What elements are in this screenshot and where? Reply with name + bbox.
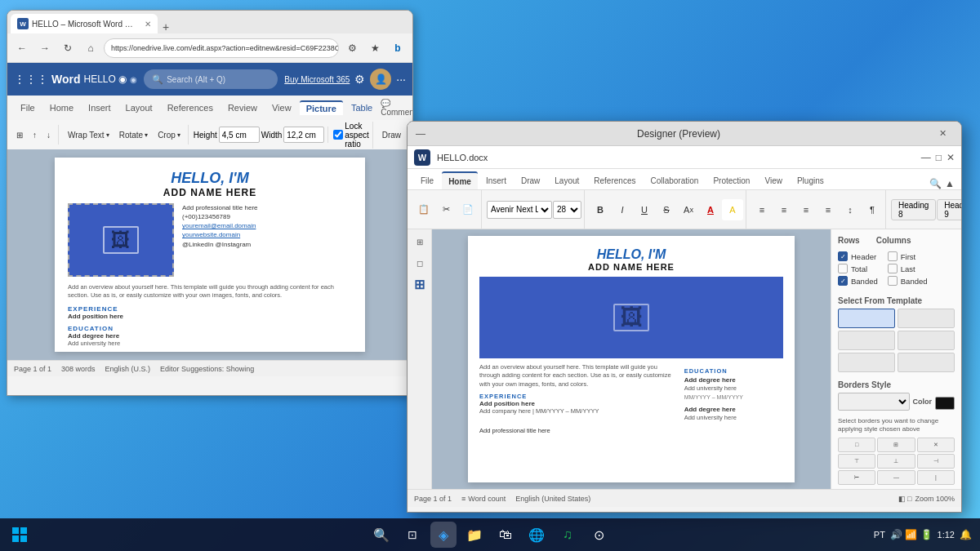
extensions-button[interactable]: ⚙ bbox=[342, 38, 362, 58]
tab-insert[interactable]: Insert bbox=[82, 101, 118, 114]
border-left-btn[interactable]: ⊣ bbox=[917, 454, 955, 469]
inner-tab-view[interactable]: View bbox=[758, 171, 789, 189]
inner-max-icon[interactable]: □ bbox=[936, 152, 942, 163]
settings-icon[interactable]: ⚙ bbox=[354, 73, 365, 86]
back-button[interactable]: ← bbox=[12, 38, 32, 58]
sidebar-nav-btn[interactable]: ⊞ bbox=[411, 233, 429, 251]
wrap-text-btn[interactable]: Wrap Text bbox=[64, 125, 114, 144]
inner-tab-insert[interactable]: Insert bbox=[479, 171, 513, 189]
refresh-button[interactable]: ↻ bbox=[58, 38, 78, 58]
taskbar-extra-btn[interactable]: ⊙ bbox=[586, 522, 612, 548]
border-outside-btn[interactable]: □ bbox=[838, 438, 875, 452]
last-checkbox[interactable] bbox=[888, 264, 898, 273]
forward-button[interactable]: → bbox=[35, 38, 55, 58]
taskbar-windows-icon[interactable] bbox=[7, 522, 33, 548]
banded-col-checkbox[interactable] bbox=[888, 276, 898, 286]
align-left-btn[interactable]: ≡ bbox=[751, 199, 773, 220]
width-input[interactable] bbox=[283, 127, 324, 143]
user-avatar[interactable]: 👤 bbox=[370, 69, 391, 90]
taskbar-spotify-btn[interactable]: ♫ bbox=[555, 522, 581, 548]
superscript-btn[interactable]: Ax bbox=[678, 199, 699, 220]
heading9-btn[interactable]: Heading 9 bbox=[937, 199, 961, 220]
bold-btn[interactable]: B bbox=[590, 199, 611, 220]
tab-view[interactable]: View bbox=[265, 101, 298, 114]
underline-btn[interactable]: U bbox=[634, 199, 655, 220]
comments-btn[interactable]: 💬 Comments bbox=[381, 99, 413, 117]
designer-min-btn[interactable]: — bbox=[416, 128, 425, 140]
rotate-btn[interactable]: Rotate bbox=[115, 125, 152, 144]
template-thumb-4[interactable] bbox=[898, 331, 955, 350]
inner-min-icon[interactable]: — bbox=[921, 152, 931, 163]
border-bottom-btn[interactable]: ⊥ bbox=[877, 454, 915, 469]
cut-btn[interactable]: ✂ bbox=[435, 199, 457, 220]
inner-tab-plugins[interactable]: Plugins bbox=[791, 171, 831, 189]
header-checkbox[interactable]: ✓ bbox=[838, 251, 848, 261]
draw-btn[interactable]: Draw bbox=[378, 125, 405, 144]
apps-grid-icon[interactable]: ⋮⋮⋮ bbox=[14, 73, 48, 86]
bing-button[interactable]: b bbox=[388, 38, 408, 58]
justify-btn[interactable]: ≡ bbox=[817, 199, 839, 220]
inner-tab-layout[interactable]: Layout bbox=[548, 171, 586, 189]
inner-tab-references[interactable]: References bbox=[587, 171, 642, 189]
strikethrough-btn[interactable]: S bbox=[656, 199, 677, 220]
italic-btn[interactable]: I bbox=[612, 199, 633, 220]
border-none-btn[interactable]: ✕ bbox=[917, 438, 955, 452]
tab-review[interactable]: Review bbox=[221, 101, 264, 114]
sidebar-layout-btn[interactable]: ◻ bbox=[411, 254, 429, 272]
send-back-btn[interactable]: ↓ bbox=[42, 125, 55, 144]
first-checkbox[interactable] bbox=[888, 251, 898, 261]
copy-btn[interactable]: 📄 bbox=[457, 199, 479, 220]
font-color-btn[interactable]: A bbox=[700, 199, 721, 220]
home-button[interactable]: ⌂ bbox=[81, 38, 100, 58]
template-thumb-3[interactable] bbox=[838, 331, 895, 350]
paste-btn[interactable]: 📋 bbox=[413, 199, 434, 220]
taskbar-explorer-btn[interactable]: 📁 bbox=[461, 522, 488, 548]
inner-tab-protection[interactable]: Protection bbox=[706, 171, 756, 189]
bring-front-btn[interactable]: ↑ bbox=[29, 125, 41, 144]
close-tab-icon[interactable]: ✕ bbox=[145, 20, 151, 29]
template-thumb-6[interactable] bbox=[898, 353, 955, 372]
highlight-btn[interactable]: A bbox=[722, 199, 743, 220]
position-btn[interactable]: ⊞ bbox=[12, 125, 27, 144]
taskbar-chrome-btn[interactable]: 🌐 bbox=[523, 522, 550, 548]
border-style-select[interactable] bbox=[838, 393, 910, 411]
tab-file[interactable]: File bbox=[14, 101, 42, 114]
inner-collapse-icon[interactable]: ▲ bbox=[945, 178, 955, 189]
sidebar-table-btn[interactable]: ⊞ bbox=[411, 275, 429, 293]
border-right-btn[interactable]: ⊢ bbox=[838, 470, 875, 485]
tab-home[interactable]: Home bbox=[43, 101, 80, 114]
inner-tab-collab[interactable]: Collaboration bbox=[644, 171, 705, 189]
height-input[interactable] bbox=[219, 127, 260, 143]
browser-tab-word[interactable]: W HELLO – Microsoft Word Onl... ✕ bbox=[11, 14, 158, 33]
tab-layout[interactable]: Layout bbox=[119, 101, 159, 114]
notification-btn[interactable]: 🔔 bbox=[960, 529, 972, 540]
border-vline-btn[interactable]: | bbox=[917, 470, 955, 485]
banded-checkbox[interactable]: ✓ bbox=[838, 276, 848, 286]
inner-tab-file[interactable]: File bbox=[414, 171, 440, 189]
url-bar[interactable]: https://onedrive.live.com/edit.aspx?acti… bbox=[104, 38, 339, 58]
inner-search-icon[interactable]: 🔍 bbox=[929, 178, 942, 189]
lock-aspect-checkbox[interactable] bbox=[333, 130, 343, 140]
font-size-selector[interactable]: 28 bbox=[553, 201, 581, 219]
align-center-btn[interactable]: ≡ bbox=[773, 199, 795, 220]
font-selector[interactable]: Avenir Next L... bbox=[487, 201, 552, 219]
buy-m365-link[interactable]: Buy Microsoft 365 bbox=[284, 75, 350, 84]
spacing-btn[interactable]: ↕ bbox=[840, 199, 861, 220]
paragraph-mark-btn[interactable]: ¶ bbox=[862, 199, 883, 220]
border-inside-btn[interactable]: ⊞ bbox=[877, 438, 915, 452]
template-thumb-5[interactable] bbox=[838, 353, 895, 372]
taskbar-store-btn[interactable]: 🛍 bbox=[492, 522, 519, 548]
taskbar-clock[interactable]: 1:12 bbox=[938, 529, 955, 540]
border-hline-btn[interactable]: — bbox=[877, 470, 915, 485]
new-tab-icon[interactable]: + bbox=[163, 20, 169, 33]
favorites-button[interactable]: ★ bbox=[365, 38, 385, 58]
template-thumb-1[interactable] bbox=[838, 309, 895, 328]
total-checkbox[interactable] bbox=[838, 264, 848, 273]
designer-close-btn[interactable]: ✕ bbox=[932, 126, 953, 142]
align-right-btn[interactable]: ≡ bbox=[795, 199, 817, 220]
border-top-btn[interactable]: ⊤ bbox=[838, 454, 875, 469]
border-color-swatch[interactable] bbox=[935, 397, 955, 410]
taskbar-search-btn[interactable]: 🔍 bbox=[368, 522, 394, 548]
inner-close-icon[interactable]: ✕ bbox=[947, 152, 955, 163]
heading8-btn[interactable]: Heading 8 bbox=[891, 199, 936, 220]
